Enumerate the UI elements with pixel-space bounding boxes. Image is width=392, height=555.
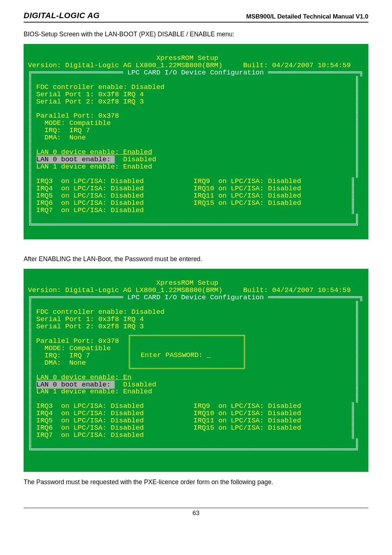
- bios-version-right-2: Built: 04/24/2007 10:54:59: [243, 286, 351, 294]
- bios-title-line-2: XpressROM Setup Version: Digital-Logic A…: [28, 279, 351, 294]
- bios-screen-2: XpressROM Setup Version: Digital-Logic A…: [24, 269, 368, 471]
- intro-text-1: BIOS-Setup Screen with the LAN-BOOT (PXE…: [24, 31, 368, 38]
- parallel-dma-2[interactable]: DMA: None: [36, 359, 86, 367]
- page-number: 63: [24, 508, 368, 517]
- box-title: LPC CARD I/O Device Configuration: [123, 69, 268, 77]
- irq5-line-2[interactable]: IRQ5 on LPC/ISA: Disabled: [36, 417, 144, 425]
- irq6-line[interactable]: IRQ6 on LPC/ISA: Disabled: [36, 199, 144, 207]
- lan0-device[interactable]: LAN 0 device enable: Enabled: [36, 148, 152, 156]
- irq4-line-2[interactable]: IRQ4 on LPC/ISA: Disabled: [36, 409, 144, 417]
- lan0-boot-selected-2[interactable]: LAN 0 boot enable:: [36, 381, 115, 389]
- serial2-line-2[interactable]: Serial Port 2: 0x2f8 IRQ 3: [36, 323, 144, 331]
- bios-title-line: XpressROM Setup Version: Digital-Logic A…: [28, 54, 351, 69]
- irq7-line-2[interactable]: IRQ7 on LPC/ISA: Disabled: [36, 431, 144, 439]
- irq11-line-2[interactable]: IRQ11 on LPC/ISA: Disabled: [193, 417, 301, 425]
- irq10-line-2[interactable]: IRQ10 on LPC/ISA: Disabled: [193, 409, 301, 417]
- irq15-line-2[interactable]: IRQ15 on LPC/ISA: Disabled: [193, 424, 301, 432]
- intro-text-2: After ENABLING the LAN-Boot, the Passwor…: [24, 255, 368, 263]
- password-prompt-line: [136, 344, 140, 352]
- fdc-line-2[interactable]: FDC controller enable: Disabled: [36, 308, 164, 316]
- irq15-line[interactable]: IRQ15 on LPC/ISA: Disabled: [193, 199, 301, 207]
- bios-version-left: Version: Digital-Logic AG LX800_1.22MSB8…: [28, 61, 222, 69]
- serial1-line[interactable]: Serial Port 1: 0x3f8 IRQ 4: [36, 90, 144, 98]
- bios-version-right: Built: 04/24/2007 10:54:59: [243, 61, 351, 69]
- irq7-line[interactable]: IRQ7 on LPC/ISA: Disabled: [36, 206, 144, 214]
- irq9-line-2[interactable]: IRQ9 on LPC/ISA: Disabled: [193, 402, 301, 410]
- lan1-device-2[interactable]: LAN 1 device enable: Enabled: [36, 388, 152, 396]
- parallel-mode[interactable]: MODE: Compatible: [36, 119, 111, 127]
- irq3-line[interactable]: IRQ3 on LPC/ISA: Disabled: [36, 177, 144, 185]
- irq6-line-2[interactable]: IRQ6 on LPC/ISA: Disabled: [36, 424, 144, 432]
- parallel-irq-2[interactable]: IRQ: IRQ 7: [36, 352, 90, 360]
- box-top-2: ╔══════════════════════ LPC CARD I/O Dev…: [28, 293, 363, 301]
- header-company: DIGITAL-LOGIC AG: [24, 11, 100, 20]
- box-top: ╔══════════════════════ LPC CARD I/O Dev…: [28, 69, 363, 77]
- lan0-boot-selected[interactable]: LAN 0 boot enable:: [36, 155, 115, 163]
- serial2-line[interactable]: Serial Port 2: 0x2f8 IRQ 3: [36, 98, 144, 106]
- parallel-dma[interactable]: DMA: None: [36, 134, 86, 142]
- password-prompt-pad: [136, 358, 140, 366]
- parallel-addr-2[interactable]: Parallel Port: 0x378: [36, 337, 119, 345]
- irq4-line[interactable]: IRQ4 on LPC/ISA: Disabled: [36, 185, 144, 193]
- page-header: DIGITAL-LOGIC AG MSB900/L Detailed Techn…: [24, 11, 368, 23]
- irq5-line[interactable]: IRQ5 on LPC/ISA: Disabled: [36, 192, 144, 200]
- password-dialog[interactable]: Enter PASSWORD: _: [129, 335, 245, 369]
- parallel-mode-2[interactable]: MODE: Compatible: [36, 344, 111, 352]
- lan1-device[interactable]: LAN 1 device enable: Enabled: [36, 163, 152, 171]
- irq3-line-2[interactable]: IRQ3 on LPC/ISA: Disabled: [36, 402, 144, 410]
- outro-text: The Password must be requested with the …: [24, 478, 368, 486]
- bios-title-2: XpressROM Setup: [156, 279, 218, 287]
- irq9-line[interactable]: IRQ9 on LPC/ISA: Disabled: [193, 177, 301, 185]
- irq10-line[interactable]: IRQ10 on LPC/ISA: Disabled: [193, 185, 301, 193]
- header-doc-title: MSB900/L Detailed Technical Manual V1.0: [246, 13, 368, 20]
- box-title-2: LPC CARD I/O Device Configuration: [123, 293, 268, 301]
- irq11-line[interactable]: IRQ11 on LPC/ISA: Disabled: [193, 192, 301, 200]
- parallel-irq[interactable]: IRQ: IRQ 7: [36, 126, 90, 134]
- bios-title: XpressROM Setup: [156, 54, 218, 62]
- bios-screen-1: XpressROM Setup Version: Digital-Logic A…: [24, 44, 368, 239]
- parallel-addr[interactable]: Parallel Port: 0x378: [36, 112, 119, 120]
- fdc-line[interactable]: FDC controller enable: Disabled: [36, 83, 164, 91]
- bios-version-left-2: Version: Digital-Logic AG LX800_1.22MSB8…: [28, 286, 222, 294]
- lan0-device-2[interactable]: LAN 0 device enable: En: [36, 373, 131, 381]
- password-prompt[interactable]: Enter PASSWORD: _: [140, 351, 211, 359]
- serial1-line-2[interactable]: Serial Port 1: 0x3f8 IRQ 4: [36, 315, 144, 323]
